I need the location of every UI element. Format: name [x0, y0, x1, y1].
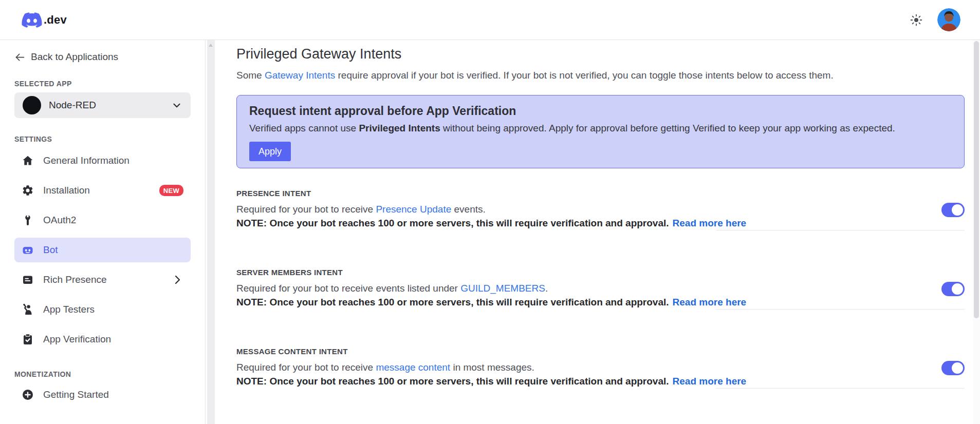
callout-body-post: without being approved. Apply for approv…	[440, 123, 895, 133]
note-text: NOTE: Once your bot reaches 100 or more …	[236, 376, 669, 387]
desc-post: events.	[451, 204, 486, 215]
callout-body: Verified apps cannot use Privileged Inte…	[249, 123, 952, 134]
page-title: Privileged Gateway Intents	[236, 46, 965, 62]
sidebar-item-label: App Verification	[43, 334, 111, 345]
back-arrow-icon	[14, 52, 25, 63]
sidebar-item-label: Rich Presence	[43, 274, 107, 285]
monetization-heading: MONETIZATION	[14, 370, 191, 378]
theme-toggle-button[interactable]	[910, 13, 923, 27]
server-members-intent-section: SERVER MEMBERS INTENT Required for your …	[236, 268, 965, 310]
read-more-link[interactable]: Read more here	[673, 376, 747, 387]
desc-post: .	[545, 283, 548, 294]
sidebar-item-app-testers[interactable]: App Testers	[14, 297, 191, 322]
read-more-link[interactable]: Read more here	[673, 297, 747, 307]
chevron-down-icon	[171, 100, 182, 111]
read-more-link[interactable]: Read more here	[673, 218, 747, 228]
message-content-intent-section: MESSAGE CONTENT INTENT Required for your…	[236, 347, 965, 389]
presence-intent-label: PRESENCE INTENT	[236, 189, 965, 198]
message-content-intent-note: NOTE: Once your bot reaches 100 or more …	[236, 374, 965, 388]
rich-presence-icon	[22, 274, 34, 286]
sidebar-item-installation[interactable]: Installation NEW	[14, 178, 191, 203]
app-avatar	[23, 96, 41, 114]
sidebar-item-label: App Testers	[43, 304, 95, 315]
presence-intent-section: PRESENCE INTENT Required for your bot to…	[236, 189, 965, 230]
settings-heading: SETTINGS	[14, 135, 191, 143]
sidebar-item-label: Getting Started	[43, 389, 109, 400]
sidebar-scrollbar[interactable]	[206, 40, 216, 424]
toggle-knob	[952, 204, 963, 216]
desc-pre: Required for your bot to receive events …	[236, 283, 460, 294]
server-members-intent-description: Required for your bot to receive events …	[236, 281, 965, 295]
note-text: NOTE: Once your bot reaches 100 or more …	[236, 218, 669, 228]
user-avatar[interactable]	[937, 8, 960, 31]
sidebar: Back to Applications SELECTED APP Node-R…	[0, 40, 206, 424]
plus-circle-icon	[22, 389, 34, 401]
desc-post: in most messages.	[450, 362, 534, 373]
message-content-link[interactable]: message content	[376, 362, 450, 373]
toggle-knob	[952, 283, 963, 295]
back-link-label: Back to Applications	[31, 51, 118, 63]
header: .dev	[0, 0, 980, 40]
note-text: NOTE: Once your bot reaches 100 or more …	[236, 297, 669, 307]
sidebar-item-label: Installation	[43, 185, 90, 196]
wrench-icon	[22, 214, 34, 226]
callout-title: Request intent approval before App Verif…	[249, 104, 952, 118]
section-divider	[716, 388, 965, 389]
sidebar-item-bot[interactable]: Bot	[14, 238, 191, 262]
scrollbar-up-arrow-icon[interactable]	[209, 44, 213, 47]
apply-button[interactable]: Apply	[249, 142, 291, 161]
callout-body-bold: Privileged Intents	[359, 123, 440, 133]
presence-intent-toggle[interactable]	[941, 203, 965, 217]
desc-pre: Required for your bot to receive	[236, 362, 376, 373]
gateway-intents-link[interactable]: Gateway Intents	[265, 70, 335, 81]
main-content: Privileged Gateway Intents Some Gateway …	[216, 40, 973, 424]
presence-intent-note: NOTE: Once your bot reaches 100 or more …	[236, 216, 965, 230]
sidebar-item-getting-started[interactable]: Getting Started	[14, 382, 191, 407]
app-selector[interactable]: Node-RED	[14, 92, 191, 118]
home-icon	[22, 155, 34, 167]
server-members-intent-toggle[interactable]	[941, 282, 965, 296]
callout-body-pre: Verified apps cannot use	[249, 123, 359, 133]
new-badge: NEW	[159, 185, 183, 196]
sidebar-item-rich-presence[interactable]: Rich Presence	[14, 267, 191, 292]
logo-dev-label: .dev	[44, 13, 67, 27]
sidebar-item-app-verification[interactable]: App Verification	[14, 327, 191, 352]
discord-logo-icon	[21, 11, 43, 29]
page-scrollbar[interactable]	[973, 40, 980, 424]
clipboard-check-icon	[22, 333, 34, 345]
page-scrollbar-thumb[interactable]	[974, 41, 979, 318]
presence-intent-description: Required for your bot to receive Presenc…	[236, 202, 965, 216]
message-content-intent-toggle[interactable]	[941, 361, 965, 375]
intro-post: require approval if your bot is verified…	[335, 70, 834, 81]
bot-icon	[22, 244, 34, 256]
section-divider	[716, 309, 965, 310]
sidebar-item-label: Bot	[43, 244, 58, 256]
section-divider	[716, 230, 965, 230]
selected-app-name: Node-RED	[49, 100, 163, 111]
intro-text: Some Gateway Intents require approval if…	[236, 70, 965, 81]
message-content-intent-label: MESSAGE CONTENT INTENT	[236, 347, 965, 356]
sidebar-item-label: General Information	[43, 155, 130, 166]
intro-pre: Some	[236, 70, 265, 81]
server-members-intent-label: SERVER MEMBERS INTENT	[236, 268, 965, 277]
guild-members-link[interactable]: GUILD_MEMBERS	[460, 283, 545, 294]
app-logo[interactable]: .dev	[21, 11, 67, 29]
back-to-applications-link[interactable]: Back to Applications	[14, 51, 191, 63]
desc-pre: Required for your bot to receive	[236, 204, 376, 215]
discord-developer-portal: .dev	[0, 0, 980, 424]
sidebar-item-label: OAuth2	[43, 215, 76, 226]
person-raised-hand-icon	[22, 303, 34, 316]
toggle-knob	[952, 362, 963, 374]
selected-app-heading: SELECTED APP	[14, 80, 191, 88]
gear-icon	[22, 184, 34, 197]
intent-approval-callout: Request intent approval before App Verif…	[236, 95, 965, 168]
sidebar-scrollbar-track[interactable]	[207, 40, 215, 424]
message-content-intent-description: Required for your bot to receive message…	[236, 360, 965, 374]
chevron-right-icon	[171, 274, 183, 286]
sidebar-item-oauth2[interactable]: OAuth2	[14, 208, 191, 233]
server-members-intent-note: NOTE: Once your bot reaches 100 or more …	[236, 295, 965, 309]
presence-update-link[interactable]: Presence Update	[376, 204, 451, 215]
sidebar-item-general-information[interactable]: General Information	[14, 148, 191, 173]
sun-icon	[910, 13, 923, 27]
